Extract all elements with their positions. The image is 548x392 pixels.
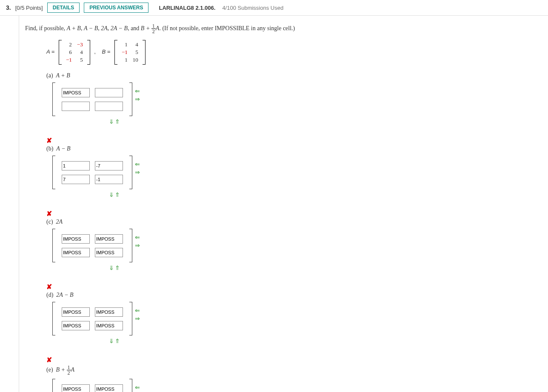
arrow-left-icon: ⇐ xyxy=(135,307,140,314)
cell-input[interactable] xyxy=(95,175,123,184)
arrow-left-icon: ⇐ xyxy=(135,161,140,168)
part-label: (c) xyxy=(46,219,53,225)
arrow-up-icon: ⇑ xyxy=(115,338,120,344)
cell-input[interactable] xyxy=(95,161,123,170)
arrow-left-icon: ⇐ xyxy=(135,88,140,95)
part-expr: 2A − B xyxy=(56,292,73,298)
answer-matrix: ⇓⇑ ⇐⇒ xyxy=(52,301,548,345)
part-label: (b) xyxy=(46,145,53,152)
part-expr: A + B xyxy=(56,72,70,79)
part-e: (e) B + 12A ⇓⇑ ⇐⇒ xyxy=(46,365,548,392)
col-resize[interactable]: ⇐⇒ xyxy=(135,384,140,392)
part-label: (d) xyxy=(46,292,53,298)
question-number: 3. xyxy=(6,4,11,11)
part-expr: B + xyxy=(56,366,67,373)
prompt: Find, if possible, A + B, A − B, 2A, 2A … xyxy=(25,23,548,34)
cell-input[interactable] xyxy=(62,175,90,184)
matrix-definitions: A = 2−3 64 −15 , B = 14 −15 110 xyxy=(46,40,548,65)
row-resize[interactable]: ⇓⇑ xyxy=(55,191,120,199)
arrow-right-icon: ⇒ xyxy=(135,169,140,176)
cell-input[interactable] xyxy=(95,102,123,111)
cell-input[interactable] xyxy=(95,234,123,244)
col-resize[interactable]: ⇐⇒ xyxy=(135,88,140,103)
arrow-right-icon: ⇒ xyxy=(135,242,140,249)
part-a: (a) A + B ⇓⇑ ⇐⇒ xyxy=(46,72,548,125)
arrow-up-icon: ⇑ xyxy=(115,192,120,198)
cell-input[interactable] xyxy=(95,384,123,392)
arrow-down-icon: ⇓ xyxy=(109,265,114,271)
A-eq: A = xyxy=(46,48,56,55)
question-header: 3. [0/5 Points] DETAILS PREVIOUS ANSWERS… xyxy=(0,0,548,16)
answer-matrix: ⇓⇑ ⇐⇒ xyxy=(52,82,548,125)
cell-input[interactable] xyxy=(95,248,123,257)
wrong-icon: ✘ xyxy=(46,356,548,364)
expr: B + xyxy=(141,25,151,31)
arrow-up-icon: ⇑ xyxy=(115,265,120,271)
answer-matrix: ⇓⇑ ⇐⇒ xyxy=(52,155,548,199)
arrow-down-icon: ⇓ xyxy=(109,338,114,344)
matrix-A: 2−3 64 −15 xyxy=(59,40,90,65)
col-resize[interactable]: ⇐⇒ xyxy=(135,161,140,176)
cell-input[interactable] xyxy=(95,321,123,330)
arrow-right-icon: ⇒ xyxy=(135,96,140,103)
col-resize[interactable]: ⇐⇒ xyxy=(135,234,140,249)
arrow-up-icon: ⇑ xyxy=(115,119,120,125)
expr: 2A xyxy=(101,25,108,31)
previous-answers-button[interactable]: PREVIOUS ANSWERS xyxy=(84,3,148,13)
question-ref: LARLINALG8 2.1.006. xyxy=(159,5,215,11)
cell-input[interactable] xyxy=(95,88,123,97)
cell-input[interactable] xyxy=(62,248,90,257)
details-button[interactable]: DETAILS xyxy=(47,3,80,13)
answer-matrix: ⇓⇑ ⇐⇒ xyxy=(52,228,548,272)
wrong-icon: ✘ xyxy=(46,136,548,145)
arrow-left-icon: ⇐ xyxy=(135,234,140,241)
matrix-B: 14 −15 110 xyxy=(114,40,146,65)
cell-input[interactable] xyxy=(62,321,90,330)
cell-input[interactable] xyxy=(62,102,90,111)
part-b: (b) A − B ⇓⇑ ⇐⇒ xyxy=(46,145,548,199)
submissions-used: 4/100 Submissions Used xyxy=(222,5,283,11)
row-resize[interactable]: ⇓⇑ xyxy=(55,338,120,345)
arrow-left-icon: ⇐ xyxy=(135,384,140,391)
fraction: 12 xyxy=(151,23,156,34)
answer-matrix: ⇓⇑ ⇐⇒ xyxy=(52,378,548,392)
wrong-icon: ✘ xyxy=(46,283,548,291)
question-body: Find, if possible, A + B, A − B, 2A, 2A … xyxy=(19,16,548,392)
cell-input[interactable] xyxy=(62,307,90,317)
col-resize[interactable]: ⇐⇒ xyxy=(135,307,140,322)
part-label: (e) xyxy=(46,366,53,373)
arrow-right-icon: ⇒ xyxy=(135,315,140,322)
cell-input[interactable] xyxy=(95,307,123,317)
cell-input[interactable] xyxy=(62,234,90,244)
fraction: 12 xyxy=(67,365,71,375)
cell-input[interactable] xyxy=(62,161,90,170)
cell-input[interactable] xyxy=(62,88,90,97)
part-expr: 2A xyxy=(56,219,63,225)
part-d: (d) 2A − B ⇓⇑ ⇐⇒ xyxy=(46,292,548,345)
arrow-down-icon: ⇓ xyxy=(109,192,114,198)
part-expr: A − B xyxy=(56,145,70,152)
wrong-icon: ✘ xyxy=(46,210,548,218)
row-resize[interactable]: ⇓⇑ xyxy=(55,264,120,272)
part-c: (c) 2A ⇓⇑ ⇐⇒ xyxy=(46,219,548,272)
prompt-tail: . (If not possible, enter IMPOSSIBLE in … xyxy=(159,25,295,31)
points: [0/5 Points] xyxy=(15,5,43,11)
expr: A + B xyxy=(67,25,81,31)
row-resize[interactable]: ⇓⇑ xyxy=(55,118,120,125)
cell-input[interactable] xyxy=(62,384,90,392)
expr: A − B xyxy=(84,25,98,31)
arrow-down-icon: ⇓ xyxy=(109,119,114,125)
prompt-lead: Find, if possible, xyxy=(25,25,67,31)
part-label: (a) xyxy=(46,72,53,79)
expr: 2A − B xyxy=(111,25,128,31)
B-eq: B = xyxy=(102,48,112,55)
